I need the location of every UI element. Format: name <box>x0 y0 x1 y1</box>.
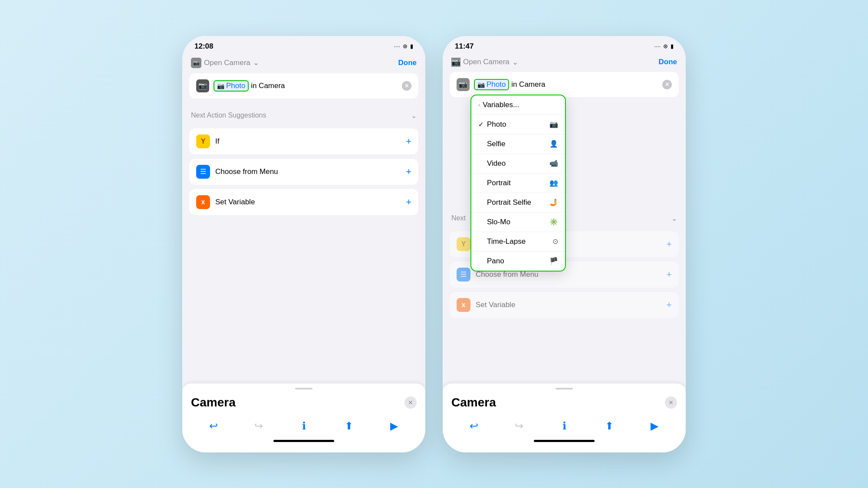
nav-title-text-left: Open Camera <box>204 59 250 67</box>
suggestion-icon-menu-left: ☰ <box>196 165 210 179</box>
nav-title-right: 📷 Open Camera ⌄ <box>451 58 518 67</box>
section-chevron-right[interactable]: ⌄ <box>671 214 677 223</box>
suggestion-label-if-left: If <box>215 137 401 146</box>
nav-bar-left: 📷 Open Camera ⌄ Done <box>182 54 425 73</box>
dropdown-item-selfie[interactable]: Selfie 👤 <box>471 134 565 154</box>
check-photo: ✓ <box>478 121 487 128</box>
share-btn-right[interactable]: ⬆ <box>600 416 619 436</box>
suggestion-icon-var-left: x <box>196 195 210 209</box>
suggestion-add-if-left[interactable]: + <box>406 136 411 147</box>
status-time-right: 11:47 <box>455 42 473 51</box>
bottom-close-left[interactable]: ✕ <box>404 396 417 409</box>
action-card-right: 📷 📷 Photo in Camera ✕ › Variables... ✓ P… <box>450 72 679 97</box>
nav-chevron-right: ⌄ <box>512 58 518 67</box>
back-btn-left[interactable]: ↩ <box>204 416 223 436</box>
bottom-title-right: Camera <box>451 396 496 409</box>
section-title-right: Next <box>451 214 466 222</box>
suggestion-menu-left: ☰ Choose from Menu + <box>189 159 418 185</box>
scroll-content-right: 📷 📷 Photo in Camera ✕ › Variables... ✓ P… <box>443 72 686 383</box>
dropdown-label-portrait-selfie: Portrait Selfie <box>487 198 549 207</box>
dropdown-icon-selfie: 👤 <box>549 140 558 148</box>
dropdown-item-pano[interactable]: Pano 🏴 <box>471 252 565 271</box>
token-text-right: Photo <box>487 80 506 89</box>
dropdown-label-selfie: Selfie <box>487 140 549 148</box>
var-icon-char-right: x <box>462 301 466 309</box>
play-btn-left[interactable]: ▶ <box>385 416 404 436</box>
dropdown-icon-pano: 🏴 <box>549 257 558 265</box>
suggestion-label-menu-right: Choose from Menu <box>476 270 661 279</box>
dropdown-item-timelapse[interactable]: Time-Lapse ⊙ <box>471 232 565 252</box>
dropdown-label-video: Video <box>487 159 549 168</box>
bottom-handle-right <box>556 388 573 390</box>
suggestion-add-menu-left[interactable]: + <box>406 166 411 177</box>
menu-icon-char: ☰ <box>200 167 206 176</box>
variables-chevron: › <box>478 102 480 108</box>
share-btn-left[interactable]: ⬆ <box>339 416 358 436</box>
bottom-title-left: Camera <box>191 396 236 409</box>
dropdown-label-pano: Pano <box>487 257 549 265</box>
back-btn-right[interactable]: ↩ <box>464 416 483 436</box>
status-time-left: 12:08 <box>194 42 213 51</box>
dropdown-item-portrait[interactable]: Portrait 👥 <box>471 174 565 193</box>
section-header-left: Next Action Suggestions ⌄ <box>189 107 418 124</box>
suggestion-label-var-left: Set Variable <box>215 198 401 206</box>
photo-token-left[interactable]: 📷 Photo <box>214 80 249 92</box>
suggestion-label-var-right: Set Variable <box>476 301 661 309</box>
nav-bar-right: 📷 Open Camera ⌄ Done <box>443 54 686 72</box>
suggestion-icon-var-right: x <box>457 298 470 312</box>
menu-icon-char-right: ☰ <box>460 270 467 278</box>
dropdown-icon-timelapse: ⊙ <box>552 237 558 246</box>
status-icons-left: ···· ⊛ ▮ <box>394 43 413 49</box>
section-chevron-left[interactable]: ⌄ <box>411 111 417 120</box>
photo-token-icon-left: 📷 <box>217 82 224 89</box>
suggestion-add-var-left[interactable]: + <box>406 197 411 208</box>
suggestion-if-left: Y If + <box>189 128 418 154</box>
left-phone: 12:08 ···· ⊛ ▮ 📷 Open Camera ⌄ Done 📷 📷 … <box>182 36 425 452</box>
battery-icon: ▮ <box>410 43 413 49</box>
dropdown-icon-portrait-selfie: 🤳 <box>549 198 558 206</box>
action-card-left: 📷 📷 Photo in Camera ✕ <box>189 73 418 98</box>
action-close-left[interactable]: ✕ <box>402 81 411 91</box>
dropdown-item-portrait-selfie[interactable]: Portrait Selfie 🤳 <box>471 193 565 213</box>
status-bar-right: 11:47 ···· ⊛ ▮ <box>443 36 686 54</box>
home-indicator-left <box>273 440 334 442</box>
signal-icon: ···· <box>394 43 400 49</box>
suggestion-var-left: x Set Variable + <box>189 189 418 215</box>
bottom-actions-left: ↩ ↪ ℹ ⬆ ▶ <box>191 416 417 436</box>
dropdown-item-photo[interactable]: ✓ Photo 📷 <box>471 115 565 134</box>
dropdown-icon-slomo: ✳️ <box>549 218 558 226</box>
forward-btn-right[interactable]: ↪ <box>510 416 529 436</box>
dropdown-item-slomo[interactable]: Slo-Mo ✳️ <box>471 213 565 232</box>
action-card-icon-left: 📷 <box>196 79 209 92</box>
bottom-close-right[interactable]: ✕ <box>665 396 677 409</box>
status-icons-right: ···· ⊛ ▮ <box>654 43 674 49</box>
variables-item[interactable]: › Variables... <box>471 95 565 115</box>
play-btn-right[interactable]: ▶ <box>645 416 664 436</box>
token-text-left: Photo <box>226 82 245 90</box>
camera-nav-icon-right: 📷 <box>451 58 460 67</box>
action-suffix-right: in Camera <box>509 80 545 88</box>
dropdown-label-slomo: Slo-Mo <box>487 218 549 226</box>
bottom-panel-left: Camera ✕ ↩ ↪ ℹ ⬆ ▶ <box>182 383 425 452</box>
dropdown-item-video[interactable]: Video 📹 <box>471 154 565 174</box>
action-card-icon-right: 📷 <box>457 78 470 91</box>
suggestion-add-menu-right[interactable]: + <box>666 269 672 280</box>
forward-btn-left[interactable]: ↪ <box>249 416 268 436</box>
right-phone: 11:47 ···· ⊛ ▮ 📷 Open Camera ⌄ Done 📷 📷 … <box>443 36 686 452</box>
if-icon-char-right: Y <box>461 240 466 248</box>
nav-title-left: 📷 Open Camera ⌄ <box>191 58 259 68</box>
action-close-right[interactable]: ✕ <box>662 80 672 89</box>
info-btn-right[interactable]: ℹ <box>555 416 574 436</box>
dropdown-label-timelapse: Time-Lapse <box>487 237 552 246</box>
photo-token-right[interactable]: 📷 Photo <box>474 79 509 90</box>
suggestion-add-var-right[interactable]: + <box>666 299 672 311</box>
nav-done-right[interactable]: Done <box>659 58 677 66</box>
bottom-panel-right: Camera ✕ ↩ ↪ ℹ ⬆ ▶ <box>443 383 686 452</box>
variables-label: Variables... <box>483 101 519 109</box>
dropdown-menu-right: › Variables... ✓ Photo 📷 Selfie 👤 Video … <box>470 95 566 272</box>
info-btn-left[interactable]: ℹ <box>294 416 313 436</box>
nav-done-left[interactable]: Done <box>398 59 417 67</box>
suggestion-icon-if-right: Y <box>457 237 470 251</box>
signal-icon-right: ···· <box>654 43 661 49</box>
suggestion-add-if-right[interactable]: + <box>666 239 672 250</box>
